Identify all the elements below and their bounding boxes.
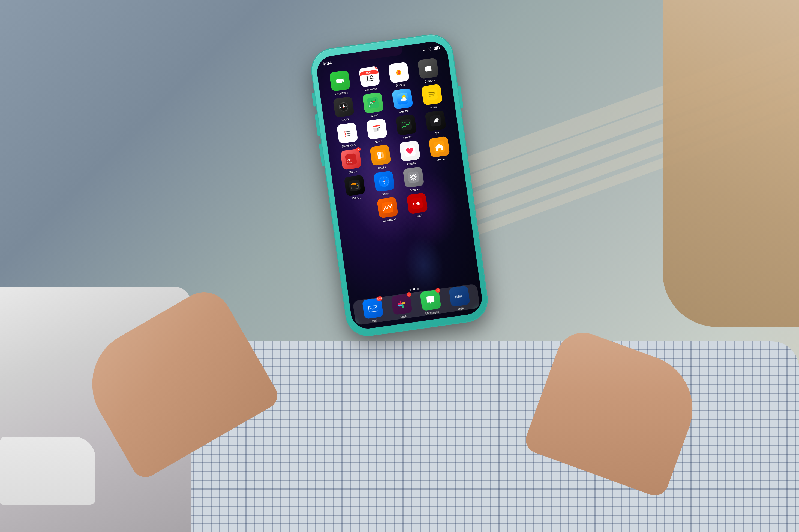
tv-icon: [424, 110, 446, 132]
svg-rect-19: [367, 97, 379, 109]
page-dot-2[interactable]: [413, 288, 415, 290]
cnn-icon: CNN: [406, 193, 428, 214]
dock-mail[interactable]: 1,943 Mail: [359, 297, 387, 324]
app-maps[interactable]: Maps: [359, 92, 387, 119]
camera-icon: [417, 58, 439, 79]
home-icon: [429, 136, 450, 158]
reminders-label: Reminders: [341, 143, 356, 148]
svg-text:RSA: RSA: [455, 294, 463, 299]
hair: [662, 0, 799, 327]
app-reminders[interactable]: Reminders: [334, 122, 361, 149]
battery-icon: [434, 46, 440, 51]
slack-label: Slack: [399, 315, 407, 319]
settings-label: Settings: [410, 187, 421, 192]
mail-label: Mail: [371, 319, 377, 323]
app-settings[interactable]: Settings: [400, 166, 427, 193]
cnn-label: CNN: [416, 214, 422, 218]
photos-label: Photos: [396, 83, 405, 88]
facetime-label: FaceTime: [335, 91, 348, 96]
svg-rect-2: [440, 47, 440, 48]
notes-label: Notes: [430, 105, 438, 109]
app-calendar[interactable]: MON 19 6 Calendar: [356, 65, 383, 93]
safari-icon: [373, 171, 395, 192]
mail-icon: 1,943: [362, 298, 383, 319]
rsa-icon: RSA: [449, 285, 470, 307]
wallet-label: Wallet: [352, 195, 361, 200]
app-health[interactable]: Health: [396, 140, 424, 167]
app-photos[interactable]: Photos: [385, 61, 413, 88]
clock-label: Clock: [341, 117, 349, 121]
app-cnn[interactable]: CNN CNN: [404, 192, 431, 219]
app-stores[interactable]: App Store ● Stores: [337, 148, 365, 175]
photos-icon: [388, 62, 409, 83]
app-facetime[interactable]: FaceTime: [326, 70, 354, 97]
svg-line-21: [374, 101, 374, 104]
calendar-label: Calendar: [365, 87, 377, 92]
signal-icon: ▪▪▪: [423, 48, 427, 52]
tv-label: TV: [435, 131, 439, 135]
maps-label: Maps: [371, 113, 379, 117]
settings-icon: [402, 167, 424, 188]
svg-rect-88: [401, 302, 405, 304]
page-dot-3[interactable]: [417, 288, 419, 290]
wallet-icon: [344, 175, 365, 196]
app-stocks[interactable]: AAPL Stocks: [393, 114, 420, 141]
app-camera[interactable]: Camera: [415, 57, 442, 84]
svg-rect-54: [348, 179, 361, 191]
svg-rect-28: [341, 127, 353, 139]
stocks-icon: AAPL: [395, 114, 417, 136]
weather-icon: [392, 88, 413, 110]
stores-label: Stores: [348, 169, 357, 174]
app-grid: FaceTime MON 19 6 Calendar: [317, 54, 470, 234]
wifi-icon: [428, 47, 433, 52]
app-notes[interactable]: Notes: [418, 83, 446, 110]
rsa-label: RSA: [458, 306, 465, 310]
camera-label: Camera: [424, 78, 435, 83]
app-clock[interactable]: Clock: [330, 96, 358, 123]
app-wallet[interactable]: Wallet: [341, 174, 369, 201]
app-safari[interactable]: Safari: [370, 170, 398, 197]
facetime-icon: [329, 70, 350, 92]
chartbeat-label: Chartbeat: [383, 217, 396, 223]
app-news[interactable]: News: [363, 118, 391, 145]
health-label: Health: [407, 161, 416, 166]
messages-icon: 10: [420, 289, 441, 311]
dock-slack[interactable]: 1 Slack: [388, 293, 416, 320]
books-label: Books: [378, 165, 386, 170]
health-icon: [399, 140, 420, 162]
svg-rect-24: [426, 89, 438, 101]
shoes: [0, 437, 95, 505]
books-icon: [369, 145, 391, 166]
app-books[interactable]: Books: [367, 144, 394, 171]
reminders-icon: [336, 122, 358, 144]
stocks-label: Stocks: [403, 135, 412, 139]
dock-rsa[interactable]: RSA RSA: [446, 285, 473, 312]
notes-icon: [421, 84, 442, 106]
app-home[interactable]: Home: [426, 136, 453, 163]
svg-rect-1: [434, 46, 438, 49]
slack-icon: 1: [391, 293, 412, 315]
chartbeat-icon: [377, 197, 398, 218]
app-tv[interactable]: TV: [422, 110, 449, 136]
clock-icon: [333, 96, 354, 118]
weather-label: Weather: [398, 109, 410, 114]
svg-rect-81: [368, 305, 377, 312]
calendar-icon: MON 19 6: [358, 66, 380, 88]
stores-icon: App Store ●: [340, 149, 362, 170]
dock-messages[interactable]: 10 Messages: [417, 289, 444, 316]
status-time: 4:34: [322, 60, 332, 67]
app-weather[interactable]: Weather: [389, 88, 416, 115]
news-icon: [366, 118, 387, 140]
news-label: News: [375, 139, 382, 144]
maps-icon: [362, 92, 384, 114]
status-icons: ▪▪▪: [423, 46, 440, 52]
home-label: Home: [437, 157, 445, 162]
app-chartbeat[interactable]: Chartbeat: [374, 196, 402, 223]
safari-label: Safari: [381, 191, 390, 196]
page-dot-1[interactable]: [409, 289, 412, 291]
